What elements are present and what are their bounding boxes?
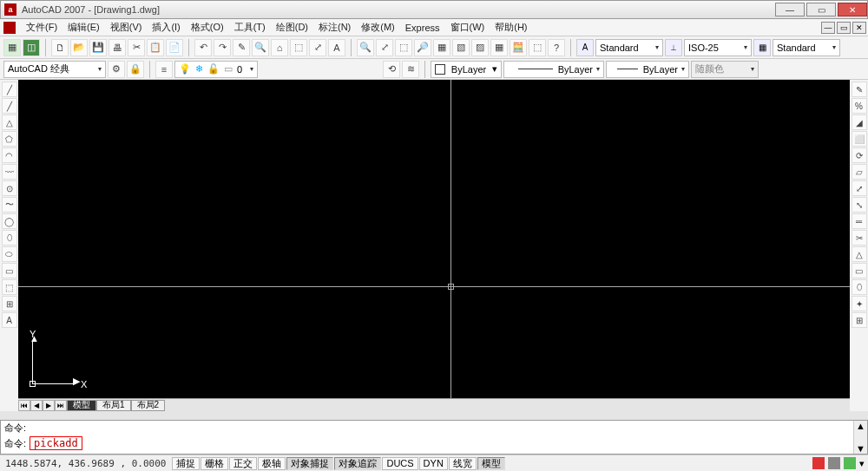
tb-zoomrt[interactable]: 🔍 xyxy=(357,39,374,56)
tb-undo[interactable]: ↶ xyxy=(194,39,212,56)
tb-copy[interactable]: 📋 xyxy=(147,39,164,56)
status-otrack[interactable]: 对象追踪 xyxy=(334,457,381,470)
draw-revcloud[interactable]: 〜 xyxy=(2,197,17,213)
tray-caret[interactable]: ▾ xyxy=(859,458,865,469)
tb-zoomw[interactable]: ⤢ xyxy=(376,39,393,56)
lineweight-dropdown[interactable]: ByLayer ▾ xyxy=(606,61,689,78)
tb-ssm[interactable]: ▦ xyxy=(490,39,508,56)
tray-lock-icon[interactable] xyxy=(828,457,840,469)
menu-file[interactable]: 文件(F) xyxy=(21,19,62,36)
linetype-dropdown[interactable]: ByLayer ▾ xyxy=(503,61,604,78)
tb-new[interactable]: 🗋 xyxy=(51,39,69,56)
layer-dropdown[interactable]: 💡❄🔓▭ 0 ▾ xyxy=(174,61,258,78)
tb-text[interactable]: A xyxy=(328,39,345,56)
tb-dc[interactable]: ▧ xyxy=(452,39,470,56)
tb-match[interactable]: ✎ xyxy=(233,39,250,56)
command-window[interactable]: 命令: 命令: pickadd ▲▼ xyxy=(0,420,868,455)
draw-insert[interactable]: ⬭ xyxy=(2,246,17,262)
mod-explode[interactable]: ⊞ xyxy=(852,312,867,328)
draw-rect[interactable]: ▭ xyxy=(2,263,17,278)
status-model[interactable]: 模型 xyxy=(477,457,505,470)
tb-open[interactable]: 📂 xyxy=(70,39,88,56)
draw-xline[interactable]: ╱ xyxy=(2,98,17,114)
tab-nav-last[interactable]: ⏭ xyxy=(55,400,67,411)
status-grid[interactable]: 栅格 xyxy=(201,457,228,470)
drawing-canvas[interactable]: ▲ ▶ Y X xyxy=(18,80,850,398)
tb-paste[interactable]: 📄 xyxy=(166,39,183,56)
menu-express[interactable]: Express xyxy=(400,21,445,35)
draw-line[interactable]: ╱ xyxy=(2,82,17,97)
mod-stretch[interactable]: ═ xyxy=(852,213,867,229)
coordinate-display[interactable]: 1448.5874, 436.9689 , 0.0000 xyxy=(0,458,171,469)
draw-arc[interactable]: ◠ xyxy=(2,147,17,163)
tab-nav-prev[interactable]: ◀ xyxy=(30,400,43,411)
draw-hatch[interactable]: ⬚ xyxy=(2,279,17,295)
workspace-dropdown[interactable]: AutoCAD 经典 ▾ xyxy=(3,61,106,78)
mod-mirror[interactable]: ◢ xyxy=(852,114,867,130)
sheet-tab-model[interactable]: 模型 xyxy=(67,400,96,411)
mod-trim[interactable]: ✂ xyxy=(852,230,867,245)
draw-circle[interactable]: ⊙ xyxy=(2,180,17,196)
tray-plot-icon[interactable] xyxy=(844,457,856,469)
mod-offset[interactable]: ⬜ xyxy=(852,131,867,147)
status-ortho[interactable]: 正交 xyxy=(229,457,257,470)
mod-scale[interactable]: ⤡ xyxy=(852,197,867,213)
doc-close-button[interactable]: ✕ xyxy=(852,22,866,34)
mod-erase[interactable]: ✎ xyxy=(852,82,867,97)
menu-format[interactable]: 格式(O) xyxy=(186,19,229,36)
tb-save[interactable]: 💾 xyxy=(89,39,107,56)
mod-extend[interactable]: △ xyxy=(852,246,867,262)
mod-break[interactable]: ▭ xyxy=(852,263,867,278)
status-lwt[interactable]: 线宽 xyxy=(449,457,477,470)
tab-nav-first[interactable]: ⏮ xyxy=(18,400,30,411)
mod-fillet[interactable]: ✦ xyxy=(852,296,867,311)
tb-help[interactable]: ? xyxy=(548,39,565,56)
minimize-button[interactable]: — xyxy=(775,3,805,16)
doc-minimize-button[interactable]: — xyxy=(821,22,835,34)
tb-btn-ws2[interactable]: ◫ xyxy=(23,39,40,56)
tb-cut[interactable]: ✂ xyxy=(128,39,145,56)
draw-table[interactable]: ⊞ xyxy=(2,296,17,311)
table-style-dropdown[interactable]: Standard ▾ xyxy=(773,39,840,56)
tb-tp[interactable]: ▨ xyxy=(471,39,489,56)
cmd-scrollbar[interactable]: ▲▼ xyxy=(853,421,867,454)
menu-window[interactable]: 窗口(W) xyxy=(445,19,490,36)
mod-array[interactable]: ▱ xyxy=(852,164,867,180)
h-scrollbar[interactable] xyxy=(0,411,868,420)
status-dyn[interactable]: DYN xyxy=(419,457,448,470)
tb-print[interactable]: 🖶 xyxy=(108,39,126,56)
menu-help[interactable]: 帮助(H) xyxy=(490,19,532,36)
sheet-tab-layout2[interactable]: 布局2 xyxy=(131,400,166,411)
menu-tools[interactable]: 工具(T) xyxy=(229,19,271,36)
doc-restore-button[interactable]: ▭ xyxy=(837,22,851,34)
draw-mtext[interactable]: A xyxy=(2,312,17,328)
close-button[interactable]: ✕ xyxy=(838,3,867,16)
mod-rotate[interactable]: ⟳ xyxy=(852,147,867,163)
sheet-tab-layout1[interactable]: 布局1 xyxy=(96,400,131,411)
plotstyle-dropdown[interactable]: 随颜色 ▾ xyxy=(691,61,759,78)
draw-spline[interactable]: 〰 xyxy=(2,164,17,180)
status-polar[interactable]: 极轴 xyxy=(258,457,286,470)
tb-layer-prev[interactable]: ⟲ xyxy=(383,61,400,78)
draw-ellipsearc[interactable]: ⬯ xyxy=(2,230,17,245)
draw-polygon[interactable]: ⬠ xyxy=(2,131,17,147)
command-input[interactable]: pickadd xyxy=(30,436,82,450)
menu-dimension[interactable]: 标注(N) xyxy=(313,19,356,36)
status-osnap[interactable]: 对象捕捉 xyxy=(286,457,333,470)
text-style-dropdown[interactable]: Standard ▾ xyxy=(595,39,663,56)
tb-ws-settings[interactable]: ⚙ xyxy=(108,61,125,78)
tb-region[interactable]: ⬚ xyxy=(290,39,307,56)
mod-chamfer[interactable]: ⬯ xyxy=(852,279,867,295)
menu-edit[interactable]: 编辑(E) xyxy=(62,19,105,36)
menu-insert[interactable]: 插入(I) xyxy=(147,19,185,36)
tab-nav-next[interactable]: ▶ xyxy=(43,400,55,411)
tb-layer-mgr[interactable]: ≡ xyxy=(155,61,173,78)
menu-draw[interactable]: 绘图(D) xyxy=(271,19,313,36)
draw-ellipse[interactable]: ◯ xyxy=(2,213,17,229)
tb-prop[interactable]: ▦ xyxy=(433,39,450,56)
tray-comm-icon[interactable] xyxy=(812,457,825,469)
maximize-button[interactable]: ▭ xyxy=(806,3,836,16)
color-control[interactable]: ByLayer ▾ xyxy=(431,61,502,78)
mod-copy[interactable]: % xyxy=(852,98,867,114)
command-line[interactable]: 命令: pickadd xyxy=(1,435,853,451)
